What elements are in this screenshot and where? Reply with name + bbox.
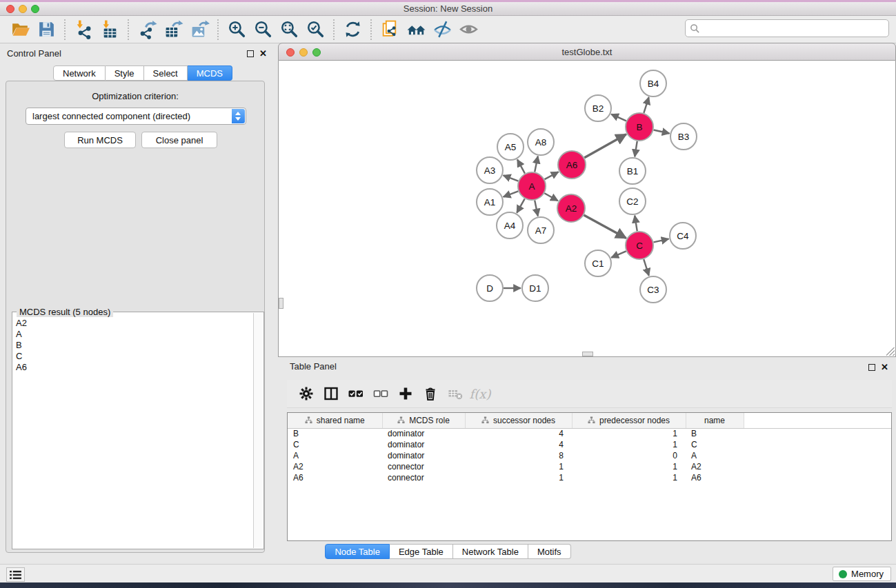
graph-edge-A-A7[interactable] bbox=[535, 201, 538, 216]
column-header-mcds-role[interactable]: MCDS role bbox=[382, 413, 465, 428]
delete-column-button[interactable] bbox=[422, 385, 439, 403]
table-cell[interactable]: 1 bbox=[572, 461, 686, 472]
graph-edge-A-A4[interactable] bbox=[517, 199, 524, 212]
table-cell[interactable]: connector bbox=[382, 461, 465, 472]
graph-node-A[interactable]: A bbox=[518, 172, 546, 200]
close-window-button[interactable] bbox=[6, 5, 14, 13]
tab-network-table[interactable]: Network Table bbox=[453, 544, 528, 559]
graph-edge-A-A6[interactable] bbox=[545, 172, 559, 179]
tab-network[interactable]: Network bbox=[53, 65, 106, 81]
graph-edge-B-B2[interactable] bbox=[611, 114, 626, 121]
open-session-button[interactable] bbox=[7, 18, 33, 41]
zoom-in-button[interactable] bbox=[223, 18, 250, 41]
graph-node-C[interactable]: C bbox=[626, 232, 653, 259]
zoom-window-button[interactable] bbox=[31, 5, 39, 13]
graph-node-B[interactable]: B bbox=[626, 113, 653, 141]
graph-node-A6[interactable]: A6 bbox=[558, 151, 586, 179]
tab-style[interactable]: Style bbox=[106, 65, 144, 81]
graph-edge-C-C4[interactable] bbox=[653, 239, 668, 243]
graph-node-B4[interactable]: B4 bbox=[640, 70, 666, 97]
memory-button[interactable]: Memory bbox=[833, 567, 891, 581]
graph-edge-B-B4[interactable] bbox=[644, 97, 648, 113]
criterion-dropdown[interactable]: largest connected component (directed) bbox=[26, 108, 246, 125]
mcds-result-item[interactable]: C bbox=[13, 351, 252, 362]
network-resize-grip[interactable] bbox=[886, 347, 895, 356]
tab-select[interactable]: Select bbox=[144, 65, 188, 81]
table-cell[interactable]: 0 bbox=[572, 450, 686, 461]
task-history-button[interactable] bbox=[6, 567, 25, 582]
table-cell[interactable]: 1 bbox=[572, 428, 686, 439]
table-panel-close-icon[interactable]: ✕ bbox=[881, 362, 888, 372]
graph-edge-B-B3[interactable] bbox=[654, 130, 670, 133]
toggle-panel-layout-button[interactable] bbox=[323, 385, 339, 403]
table-cell[interactable]: 4 bbox=[465, 439, 572, 450]
tab-node-table[interactable]: Node Table bbox=[325, 544, 390, 559]
add-column-button[interactable] bbox=[397, 385, 414, 403]
graph-node-D1[interactable]: D1 bbox=[522, 275, 548, 301]
graph-node-C1[interactable]: C1 bbox=[585, 250, 611, 276]
mcds-result-scrollbar[interactable] bbox=[253, 313, 263, 548]
graph-node-B3[interactable]: B3 bbox=[670, 123, 697, 150]
zoom-out-button[interactable] bbox=[250, 18, 276, 41]
column-header-shared-name[interactable]: shared name bbox=[288, 413, 382, 428]
table-cell[interactable]: C bbox=[686, 439, 744, 450]
table-row[interactable]: Cdominator41C bbox=[288, 439, 891, 450]
graph-edge-A6-B[interactable] bbox=[584, 134, 626, 158]
table-cell[interactable]: B bbox=[288, 428, 382, 439]
table-cell[interactable]: dominator bbox=[382, 450, 465, 461]
table-cell[interactable]: 1 bbox=[465, 461, 572, 472]
column-header-predecessor-nodes[interactable]: predecessor nodes bbox=[572, 413, 686, 428]
graph-node-C2[interactable]: C2 bbox=[619, 188, 646, 214]
graph-node-B1[interactable]: B1 bbox=[619, 158, 646, 184]
zoom-fit-button[interactable] bbox=[276, 18, 302, 41]
graph-node-D[interactable]: D bbox=[477, 275, 503, 301]
import-network-button[interactable] bbox=[70, 18, 97, 41]
new-network-from-selection-button[interactable] bbox=[377, 18, 403, 41]
table-cell[interactable]: A2 bbox=[288, 461, 382, 472]
table-panel-float-icon[interactable] bbox=[868, 364, 875, 371]
graph-node-A4[interactable]: A4 bbox=[497, 212, 523, 239]
table-cell[interactable]: 8 bbox=[465, 450, 572, 461]
graph-edge-C-C3[interactable] bbox=[644, 259, 648, 276]
show-all-button[interactable] bbox=[455, 18, 481, 41]
table-cell[interactable]: 1 bbox=[465, 472, 572, 483]
mcds-result-item[interactable]: A2 bbox=[13, 318, 252, 329]
column-header-successor-nodes[interactable]: successor nodes bbox=[465, 413, 572, 428]
network-window-titlebar[interactable]: testGlobe.txt bbox=[278, 43, 896, 61]
table-row[interactable]: A6connector11A6 bbox=[288, 472, 891, 483]
export-image-button[interactable] bbox=[186, 18, 212, 41]
network-vscroll-thumb[interactable] bbox=[279, 298, 283, 309]
graph-node-A1[interactable]: A1 bbox=[477, 189, 503, 215]
save-session-button[interactable] bbox=[33, 18, 59, 41]
tab-motifs[interactable]: Motifs bbox=[528, 544, 571, 559]
minimize-window-button[interactable] bbox=[19, 5, 27, 13]
export-table-button[interactable] bbox=[160, 18, 186, 41]
graph-edge-A-A2[interactable] bbox=[544, 193, 558, 201]
table-cell[interactable]: connector bbox=[382, 472, 465, 483]
table-cell[interactable]: dominator bbox=[382, 439, 465, 450]
mcds-result-item[interactable]: B bbox=[13, 340, 252, 351]
graph-edge-C-C1[interactable] bbox=[611, 251, 626, 257]
refresh-button[interactable] bbox=[339, 18, 366, 41]
column-header-name[interactable]: name bbox=[686, 413, 744, 428]
graph-node-C4[interactable]: C4 bbox=[670, 223, 696, 249]
network-canvas[interactable]: B4B2BB3A8A5A6A3B1AA1C2A2A4A7C4CC1C3DD1 bbox=[278, 61, 896, 357]
close-panel-button[interactable]: Close panel bbox=[141, 132, 217, 148]
graph-edge-A2-C[interactable] bbox=[584, 215, 626, 238]
graph-edge-C-C2[interactable] bbox=[635, 216, 637, 232]
first-neighbors-button[interactable] bbox=[403, 18, 429, 41]
table-cell[interactable]: B bbox=[686, 428, 744, 439]
graph-node-A3[interactable]: A3 bbox=[477, 157, 503, 183]
control-panel-close-icon[interactable]: ✕ bbox=[259, 48, 267, 59]
table-cell[interactable]: 1 bbox=[572, 472, 686, 483]
table-row[interactable]: A2connector11A2 bbox=[288, 461, 891, 472]
graph-node-B2[interactable]: B2 bbox=[585, 95, 611, 121]
zoom-selected-button[interactable] bbox=[302, 18, 328, 41]
graph-node-A2[interactable]: A2 bbox=[557, 194, 585, 222]
table-cell[interactable]: C bbox=[288, 439, 382, 450]
table-cell[interactable]: dominator bbox=[382, 428, 465, 439]
tab-mcds[interactable]: MCDS bbox=[188, 65, 232, 81]
table-row[interactable]: Bdominator41B bbox=[288, 428, 891, 439]
table-row[interactable]: Adominator80A bbox=[288, 450, 891, 461]
table-cell[interactable]: 4 bbox=[465, 428, 572, 439]
